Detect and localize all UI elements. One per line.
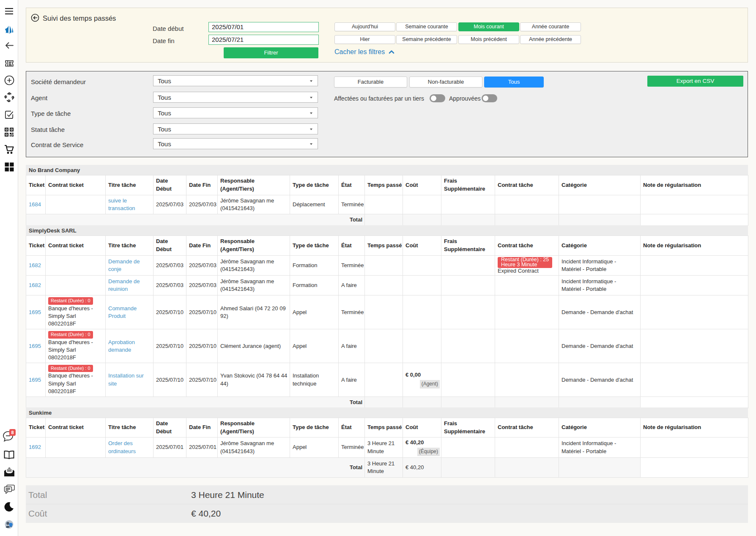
svg-text:8: 8 [11,430,14,435]
